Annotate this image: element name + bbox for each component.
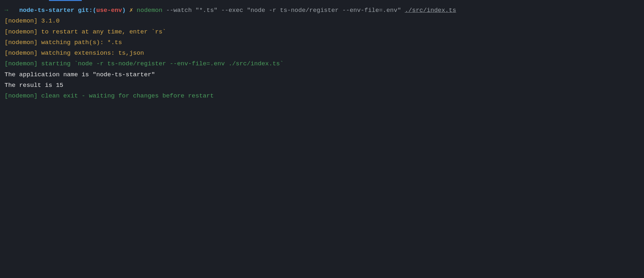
prompt-git-label: git:: [78, 7, 93, 14]
nodemon-restart-hint: [nodemon] to restart at any time, enter …: [5, 27, 639, 37]
nodemon-clean-exit: [nodemon] clean exit - waiting for chang…: [5, 91, 639, 101]
prompt-line[interactable]: → node-ts-starter git:(use-env) ✗ nodemo…: [5, 5, 639, 16]
prompt-git-branch: use-env: [96, 7, 122, 14]
nodemon-starting: [nodemon] starting `node -r ts-node/regi…: [5, 59, 639, 69]
app-output-result: The result is 15: [5, 80, 639, 91]
command-file: ./src/index.ts: [405, 7, 456, 14]
prompt-git-paren-close: ): [122, 7, 126, 14]
nodemon-version-line: [nodemon] 3.1.0: [5, 16, 639, 26]
app-output-name: The application name is "node-ts-starter…: [5, 70, 639, 80]
prompt-arrow: →: [5, 7, 8, 14]
nodemon-watching-extensions: [nodemon] watching extensions: ts,json: [5, 48, 639, 59]
prompt-directory: node-ts-starter: [19, 7, 74, 14]
tab-indicator: [49, 0, 82, 1]
prompt-git-paren-open: (: [93, 7, 96, 14]
nodemon-watching-paths: [nodemon] watching path(s): *.ts: [5, 37, 639, 48]
prompt-dirty-indicator: ✗: [129, 7, 133, 14]
command-nodemon: nodemon: [137, 7, 163, 14]
command-args: --watch "*.ts" --exec "node -r ts-node/r…: [162, 7, 405, 14]
